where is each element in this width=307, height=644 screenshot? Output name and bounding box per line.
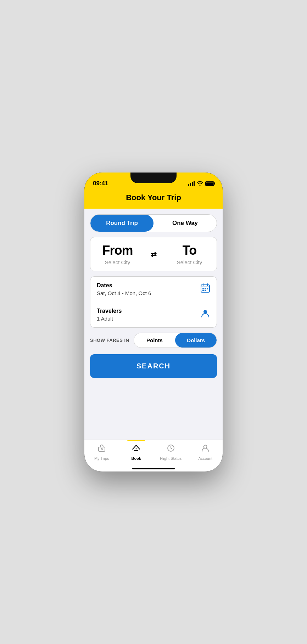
home-indicator (132, 468, 175, 469)
from-sub-label: Select City (105, 259, 130, 265)
points-button[interactable]: Points (134, 333, 175, 348)
flight-status-icon (166, 444, 175, 455)
fares-label: SHOW FARES IN (90, 338, 129, 343)
notch (130, 173, 177, 183)
wifi-icon (197, 181, 203, 187)
nav-flight-status-label: Flight Status (160, 456, 182, 461)
status-time: 09:41 (93, 180, 108, 187)
phone-shell: 09:41 Book Your Trip Round Trip (84, 173, 223, 471)
active-indicator (127, 440, 145, 441)
page-title: Book Your Trip (126, 193, 181, 202)
svg-point-8 (101, 448, 102, 450)
calendar-icon (200, 283, 210, 295)
svg-point-6 (203, 310, 207, 313)
to-label: To (183, 243, 196, 258)
from-city-button[interactable]: From Select City (90, 237, 145, 271)
my-trips-icon (97, 444, 106, 455)
to-city-button[interactable]: To Select City (162, 237, 217, 271)
trip-type-toggle: Round Trip One Way (90, 214, 217, 232)
svg-rect-1 (202, 288, 204, 289)
city-selector-card: From Select City ⇄ To Select City (90, 237, 217, 271)
traveler-icon (200, 309, 210, 321)
svg-point-9 (136, 448, 137, 450)
book-icon (132, 444, 141, 455)
dates-travelers-card: Dates Sat, Oct 4 - Mon, Oct 6 (90, 276, 217, 328)
nav-flight-status[interactable]: Flight Status (154, 444, 188, 461)
travelers-row[interactable]: Travelers 1 Adult (90, 302, 217, 327)
round-trip-button[interactable]: Round Trip (90, 215, 154, 232)
status-icons (188, 181, 214, 187)
dates-info: Dates Sat, Oct 4 - Mon, Oct 6 (97, 282, 151, 296)
battery-icon (205, 181, 214, 186)
nav-account[interactable]: Account (188, 444, 223, 461)
city-row: From Select City ⇄ To Select City (90, 237, 217, 271)
bottom-navigation: My Trips Book Flight Status (84, 440, 223, 471)
dates-label: Dates (97, 282, 151, 289)
travelers-label: Travelers (97, 308, 122, 314)
from-label: From (102, 243, 133, 258)
swap-button[interactable]: ⇄ (145, 250, 162, 259)
svg-rect-4 (202, 290, 204, 291)
fares-toggle: Points Dollars (134, 333, 217, 348)
nav-book[interactable]: Book (119, 444, 154, 461)
nav-my-trips-label: My Trips (94, 456, 109, 461)
one-way-button[interactable]: One Way (154, 215, 217, 232)
main-content: Round Trip One Way From Select City ⇄ To… (84, 209, 223, 447)
fares-row: SHOW FARES IN Points Dollars (90, 333, 217, 348)
account-icon (201, 444, 210, 455)
svg-rect-2 (205, 288, 206, 289)
travelers-info: Travelers 1 Adult (97, 308, 122, 322)
search-button[interactable]: SEARCH (90, 354, 217, 378)
dates-row[interactable]: Dates Sat, Oct 4 - Mon, Oct 6 (90, 277, 217, 302)
nav-my-trips[interactable]: My Trips (84, 444, 119, 461)
swap-arrows-icon: ⇄ (151, 250, 157, 259)
to-sub-label: Select City (177, 259, 202, 265)
signal-icon (188, 181, 195, 186)
dollars-button[interactable]: Dollars (175, 333, 217, 348)
svg-rect-3 (207, 288, 208, 289)
svg-rect-7 (99, 447, 105, 451)
nav-account-label: Account (198, 456, 212, 461)
dates-value: Sat, Oct 4 - Mon, Oct 6 (97, 290, 151, 296)
svg-rect-5 (205, 290, 206, 291)
nav-book-label: Book (132, 456, 141, 461)
app-header: Book Your Trip (84, 190, 223, 209)
travelers-value: 1 Adult (97, 316, 122, 322)
